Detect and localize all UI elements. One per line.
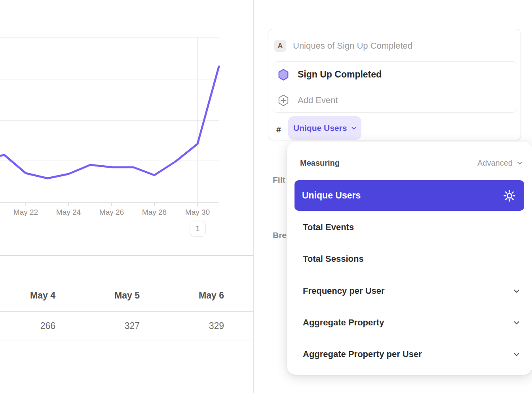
table-value-may4: 266 [0,312,84,340]
table-row: 266 327 329 [0,312,253,340]
pagination-badge[interactable]: 1 [190,221,206,237]
panel-divider [253,0,254,393]
table-header-may5[interactable]: May 5 [84,281,169,310]
event-name: Sign Up Completed [298,69,382,80]
menu-item-label: Aggregate Property per User [303,349,422,359]
series-title-row: A Uniques of Sign Up Completed [274,40,412,52]
advanced-mode-label: Advanced [477,159,513,168]
series-badge: A [274,40,286,52]
menu-item-label: Aggregate Property [303,317,384,328]
chevron-down-icon [516,159,524,167]
svg-text:May 26: May 26 [99,208,124,216]
breakdown-section-label: Bre [273,230,287,241]
hexagon-event-icon [278,69,289,81]
menu-item-label: Total Sessions [303,254,364,264]
add-event-icon [278,94,289,106]
add-event-row[interactable]: Add Event [273,87,517,113]
table-value-may6: 329 [169,312,253,340]
measurement-prefix: # [276,124,281,136]
svg-text:May 22: May 22 [13,208,38,216]
chevron-down-icon [512,318,521,327]
measuring-label: Measuring [300,159,340,168]
add-event-label: Add Event [298,95,338,106]
advanced-mode-toggle[interactable]: Advanced [477,159,524,168]
menu-item-total-events[interactable]: Total Events [287,212,532,243]
dropdown-header: Measuring Advanced [287,153,532,173]
svg-text:May 30: May 30 [185,208,210,216]
series-title: Uniques of Sign Up Completed [293,41,412,51]
section-divider [0,255,253,256]
gear-icon[interactable] [504,190,515,202]
event-card: Sign Up Completed Add Event [273,61,517,113]
chevron-down-icon [512,350,521,359]
pagination-current-page: 1 [196,224,200,233]
measurement-selector[interactable]: Unique Users [288,116,361,140]
line-chart: May 22May 24May 26May 28May 30 [0,0,253,257]
menu-item-aggregate-property-per-user[interactable]: Aggregate Property per User [287,338,532,370]
table-header-may6[interactable]: May 6 [169,281,253,310]
chevron-down-icon [512,287,521,295]
chevron-down-icon [350,125,357,132]
metric-card: A Uniques of Sign Up Completed Sign Up C… [268,29,521,140]
filter-section-label: Filt [273,174,285,185]
menu-item-frequency-per-user[interactable]: Frequency per User [287,275,532,307]
svg-text:May 24: May 24 [56,208,81,216]
table-header-row: May 4 May 5 May 6 [0,281,253,310]
menu-item-label: Total Events [303,222,354,232]
table-value-may5: 327 [84,312,169,340]
menu-item-total-sessions[interactable]: Total Sessions [287,243,532,275]
table-row-separator [0,340,253,340]
menu-item-label: Unique Users [302,190,361,201]
event-row[interactable]: Sign Up Completed [273,62,517,87]
svg-text:May 28: May 28 [142,208,167,216]
measurement-value: Unique Users [293,123,347,133]
menu-item-label: Frequency per User [303,286,385,296]
measuring-dropdown: Measuring Advanced Unique Users Total Ev… [287,142,532,375]
menu-item-unique-users[interactable]: Unique Users [294,180,524,211]
menu-item-aggregate-property[interactable]: Aggregate Property [287,307,532,338]
table-header-may4[interactable]: May 4 [0,281,84,310]
